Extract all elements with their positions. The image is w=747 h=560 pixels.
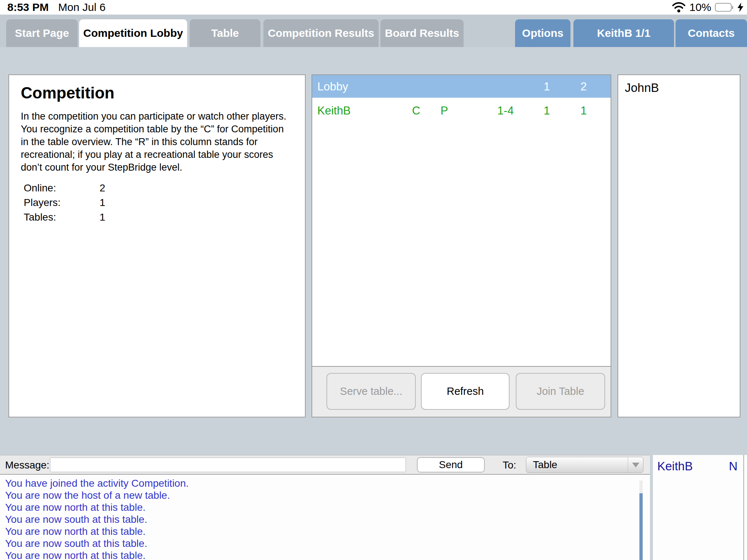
status-right: 10% <box>672 0 743 15</box>
stat-value: 2 <box>100 182 105 194</box>
message-bar: Message: Send To: Table <box>0 455 650 475</box>
stat-value: 1 <box>100 211 105 223</box>
lobby-header-col2: 2 <box>580 80 587 93</box>
seat-panel-divider <box>743 455 744 560</box>
table-status-flag: P <box>441 104 448 117</box>
battery-percent: 10% <box>689 1 711 13</box>
chat-log: You have joined the activity Competition… <box>0 475 650 560</box>
to-label: To: <box>503 459 516 471</box>
stat-label: Tables: <box>24 211 100 223</box>
lobby-header-title: Lobby <box>317 80 348 93</box>
table-host-name: KeithB <box>317 104 351 117</box>
table-type-flag: C <box>412 104 420 117</box>
wifi-icon <box>672 2 686 13</box>
stat-row-players: Players: 1 <box>24 195 170 210</box>
table-col2-value: 1 <box>580 104 587 117</box>
chat-message: You are now south at this table. <box>5 514 147 525</box>
chat-message: You are now north at this table. <box>5 550 146 560</box>
stat-value: 1 <box>100 197 105 209</box>
message-label: Message: <box>5 459 49 471</box>
tab-competition-lobby[interactable]: Competition Lobby <box>79 19 187 47</box>
status-left: 8:53 PM Mon Jul 6 <box>7 0 105 15</box>
table-row[interactable]: KeithB C P 1-4 1 1 <box>312 98 611 121</box>
lobby-header-col1: 1 <box>543 80 550 93</box>
seat-position-label: N <box>729 459 738 473</box>
refresh-button[interactable]: Refresh <box>421 373 510 410</box>
send-button[interactable]: Send <box>417 457 485 472</box>
stat-row-tables: Tables: 1 <box>24 210 170 225</box>
stat-row-online: Online: 2 <box>24 181 170 195</box>
status-bar: 8:53 PM Mon Jul 6 10% <box>0 0 747 15</box>
chat-message: You are now north at this table. <box>5 526 146 537</box>
competition-description: In the competition you can participate o… <box>21 110 294 174</box>
recipient-dropdown[interactable]: Table <box>526 457 643 473</box>
recipient-selected-value: Table <box>526 459 628 471</box>
bottom-panel-divider <box>650 455 653 560</box>
chat-message: You are now north at this table. <box>5 502 146 513</box>
stat-label: Online: <box>24 182 100 194</box>
join-table-button[interactable]: Join Table <box>516 373 605 410</box>
seat-player-name: KeithB <box>657 459 693 473</box>
tab-bar: Start Page Competition Lobby Table Compe… <box>0 15 747 47</box>
chat-scrollbar-thumb[interactable] <box>639 493 643 560</box>
contacts-button[interactable]: Contacts <box>676 19 747 47</box>
battery-icon <box>715 3 734 12</box>
table-seat-panel: KeithB N <box>653 455 747 560</box>
user-status-button[interactable]: KeithB 1/1 <box>573 19 674 47</box>
lobby-table-panel: Lobby 1 2 KeithB C P 1-4 1 1 Serve table… <box>311 74 611 417</box>
lobby-stats: Online: 2 Players: 1 Tables: 1 <box>24 181 170 225</box>
tab-competition-results[interactable]: Competition Results <box>263 19 379 47</box>
chat-scrollbar-track[interactable] <box>639 481 643 560</box>
clock-date: Mon Jul 6 <box>58 1 105 13</box>
competition-info-panel: Competition In the competition you can p… <box>8 74 306 417</box>
message-input[interactable] <box>50 458 406 472</box>
online-players-panel: JohnB <box>618 74 740 417</box>
stat-label: Players: <box>24 197 100 209</box>
chat-message: You have joined the activity Competition… <box>5 478 189 489</box>
table-col1-value: 1 <box>543 104 550 117</box>
chat-message: You are now the host of a new table. <box>5 490 170 501</box>
serve-table-button[interactable]: Serve table... <box>326 373 416 410</box>
player-list-item[interactable]: JohnB <box>625 81 659 95</box>
panel-title: Competition <box>21 84 115 102</box>
tab-board-results[interactable]: Board Results <box>380 19 464 47</box>
chat-message: You are now south at this table. <box>5 538 147 549</box>
options-button[interactable]: Options <box>515 19 570 47</box>
chevron-down-icon <box>632 463 639 467</box>
app-window: 8:53 PM Mon Jul 6 10% Start Page Competi… <box>0 0 747 560</box>
clock-time: 8:53 PM <box>7 1 49 13</box>
dropdown-arrow-zone <box>628 457 643 472</box>
lobby-table-header: Lobby 1 2 <box>312 75 611 98</box>
tab-start-page[interactable]: Start Page <box>6 19 78 47</box>
charging-bolt-icon <box>738 3 743 12</box>
tab-table[interactable]: Table <box>190 19 260 47</box>
table-boards-range: 1-4 <box>498 104 514 117</box>
lobby-footer-toolbar: Serve table... Refresh Join Table <box>312 366 611 417</box>
